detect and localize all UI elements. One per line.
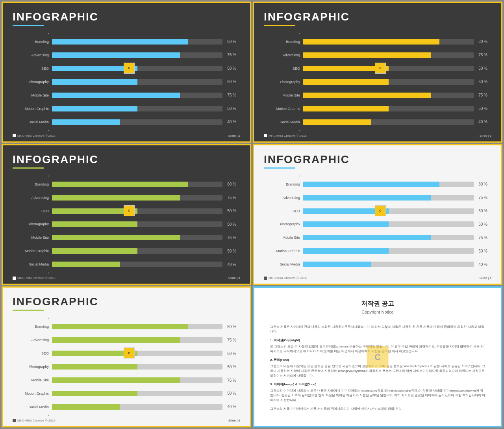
chart-percent: 80 % <box>222 325 236 329</box>
slide-1: INFOGRAPHIC ▪ Branding80 %Advertising75 … <box>2 2 251 143</box>
chart-percent: 50 % <box>474 106 487 111</box>
slide-3-axis-bottom: ▪ <box>13 271 240 275</box>
bar-fill <box>52 248 137 254</box>
bar-container <box>52 364 222 370</box>
bar-container <box>303 106 474 111</box>
bar-icon: C <box>124 205 135 216</box>
chart-label: Branding <box>17 40 52 44</box>
slide-grid: INFOGRAPHIC ▪ Branding80 %Advertising75 … <box>0 0 504 429</box>
chart-percent: 50 % <box>222 80 236 84</box>
bar-container <box>52 52 222 58</box>
chart-row: Branding80 % <box>268 180 487 189</box>
slide-5-footer: MNCHRM Creative © 2018 Slide | 6 <box>13 417 240 422</box>
chart-label: Social Media <box>17 120 52 124</box>
bar-icon: C <box>124 347 135 358</box>
chart-row: Social Media40 % <box>17 403 236 411</box>
chart-percent: 40 % <box>222 405 236 409</box>
bar-fill <box>303 262 371 267</box>
bar-fill <box>303 119 371 125</box>
chart-row: SEOC50 % <box>268 64 487 73</box>
chart-row: SEOC50 % <box>17 64 236 73</box>
chart-row: Photography50 % <box>17 78 236 86</box>
bar-fill <box>303 39 439 45</box>
chart-label: SEO <box>17 351 52 355</box>
chart-row: Branding80 % <box>268 37 487 46</box>
bar-container <box>303 248 474 254</box>
bar-fill <box>52 404 120 410</box>
slide-1-logo-square <box>13 134 16 137</box>
bar-container <box>52 221 222 227</box>
chart-label: Motion Graphic <box>17 392 52 396</box>
chart-percent: 75 % <box>222 338 236 342</box>
chart-label: SEO <box>268 67 303 71</box>
copyright-title-kr: 저작권 공고 <box>361 300 394 308</box>
bar-container <box>52 262 222 267</box>
slide-2-chart: Branding80 %Advertising75 %SEOC50 %Photo… <box>264 35 491 129</box>
bar-container <box>52 377 222 383</box>
bar-container <box>52 79 222 85</box>
chart-row: SEOC50 % <box>17 207 236 215</box>
slide-4-title: INFOGRAPHIC <box>264 153 491 166</box>
chart-row: Photography50 % <box>17 362 236 371</box>
chart-label: Advertising <box>17 338 52 342</box>
bar-fill <box>303 182 439 187</box>
slide-5-underline <box>13 310 44 311</box>
bar-fill <box>52 377 180 383</box>
bar-container <box>303 235 474 240</box>
slide-4: INFOGRAPHIC ▪ Branding80 %Advertising75 … <box>253 144 502 285</box>
bar-container <box>303 262 474 267</box>
bar-fill <box>52 364 137 370</box>
bar-fill <box>52 39 188 45</box>
chart-row: Social Media40 % <box>17 118 236 126</box>
chart-percent: 75 % <box>222 236 236 240</box>
slide-1-chart: Branding80 %Advertising75 %SEOC50 %Photo… <box>13 35 240 129</box>
slide-4-axis-bottom: ▪ <box>264 271 491 275</box>
chart-percent: 50 % <box>222 365 236 369</box>
chart-label: Mobile Site <box>268 93 303 97</box>
slide-2-footer: MNCHRM Creative © 2018 Slide | 3 <box>264 132 491 137</box>
chart-label: Social Media <box>17 262 52 266</box>
chart-label: SEO <box>268 209 303 213</box>
chart-label: Advertising <box>268 196 303 200</box>
chart-row: Social Media40 % <box>268 260 487 269</box>
bar-container <box>52 248 222 254</box>
bar-fill <box>303 93 431 98</box>
slide-5-title: INFOGRAPHIC <box>13 295 240 308</box>
chart-percent: 50 % <box>474 222 487 227</box>
bar-fill <box>52 93 180 98</box>
bar-container <box>52 106 222 111</box>
slide-4-axis-top: ▪ <box>264 174 491 178</box>
chart-label: Advertising <box>17 53 52 57</box>
bar-fill <box>303 195 431 201</box>
bar-container: C <box>52 66 222 71</box>
chart-percent: 40 % <box>474 262 487 267</box>
chart-percent: 50 % <box>474 209 487 213</box>
chart-row: Motion Graphic50 % <box>17 389 236 398</box>
bar-fill <box>52 324 188 329</box>
chart-row: Mobile Site75 % <box>17 91 236 100</box>
slide-1-logo: MNCHRM Creative © 2018 <box>13 134 56 137</box>
bar-container <box>52 39 222 45</box>
chart-label: Motion Graphic <box>17 249 52 253</box>
chart-label: Advertising <box>17 196 52 200</box>
chart-label: Social Media <box>17 405 52 409</box>
chart-label: Social Media <box>268 262 303 266</box>
bar-container <box>303 93 474 98</box>
bar-fill <box>303 221 389 227</box>
slide-3-footer: MNCHRM Creative © 2018 Slide | 4 <box>13 275 240 280</box>
bar-container <box>303 39 474 45</box>
slide-1-axis-top: ▪ <box>13 32 240 35</box>
chart-percent: 75 % <box>222 93 236 97</box>
bar-fill <box>52 235 180 240</box>
bar-container <box>303 119 474 125</box>
slide-3-title: INFOGRAPHIC <box>13 153 240 166</box>
chart-label: Social Media <box>268 120 303 124</box>
chart-percent: 50 % <box>222 106 236 111</box>
chart-label: Photography <box>17 222 52 226</box>
slide-2-title: INFOGRAPHIC <box>264 11 491 23</box>
chart-label: Motion Graphic <box>268 249 303 253</box>
chart-percent: 50 % <box>474 66 487 71</box>
chart-label: Motion Graphic <box>268 107 303 111</box>
slide-1-title: INFOGRAPHIC <box>13 11 240 23</box>
slide-5-axis-top: ▪ <box>13 316 240 320</box>
